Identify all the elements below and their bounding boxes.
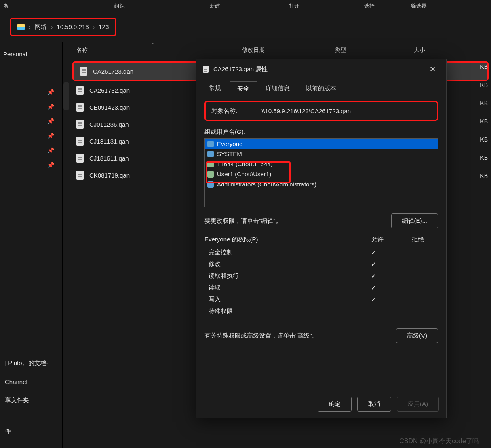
file-name: CJ011236.qan <box>89 121 129 128</box>
menu-item[interactable]: 选择 <box>364 2 375 10</box>
ok-button[interactable]: 确定 <box>318 397 352 412</box>
advanced-hint: 有关特殊权限或高级设置，请单击"高级"。 <box>204 332 318 340</box>
properties-dialog: CA261723.qan 属性 ✕ 常规 安全 详细信息 以前的版本 对象名称:… <box>196 59 447 418</box>
user-row[interactable]: Everyone <box>205 139 438 149</box>
sidebar-item-personal[interactable]: Personal <box>0 46 62 62</box>
check-icon: ✓ <box>371 261 376 268</box>
user-icon <box>207 171 214 178</box>
breadcrumb-item[interactable]: 10.59.9.216 <box>57 23 89 30</box>
permission-name: 读取 <box>209 284 353 292</box>
file-name: CE091423.qan <box>89 104 130 111</box>
column-date[interactable]: 修改日期 <box>236 45 329 55</box>
menu-item[interactable]: 新建 <box>210 2 220 10</box>
permission-allow: ✓ <box>353 284 394 292</box>
pin-icon[interactable]: 📌 <box>0 143 62 158</box>
file-size: KB <box>453 76 491 94</box>
permission-allow: ✓ <box>353 296 394 303</box>
advanced-button[interactable]: 高级(V) <box>396 328 438 343</box>
user-row[interactable]: User1 (Chou\User1) <box>205 169 438 179</box>
file-name: CK081719.qan <box>89 172 130 179</box>
user-list[interactable]: EveryoneSYSTEM11644 (Chou\11644)User1 (C… <box>204 138 438 207</box>
tabs: 常规 安全 详细信息 以前的版本 <box>196 79 446 96</box>
check-icon: ✓ <box>371 249 376 256</box>
file-icon <box>80 67 87 76</box>
check-icon: ✓ <box>371 273 376 279</box>
permission-row: 读取和执行✓ <box>204 270 438 282</box>
file-icon <box>76 154 84 163</box>
user-icon <box>207 181 214 188</box>
cancel-button[interactable]: 取消 <box>357 397 391 412</box>
breadcrumb-item[interactable]: 123 <box>99 23 109 30</box>
user-row[interactable]: Administrators (Chou\Administrators) <box>205 179 438 189</box>
menu-item[interactable]: 打开 <box>289 2 299 10</box>
sort-indicator-icon: ⌃ <box>70 42 236 47</box>
folder-icon <box>17 24 25 30</box>
menu-item[interactable]: 组织 <box>114 2 125 10</box>
permission-row: 特殊权限 <box>204 305 438 317</box>
close-icon[interactable]: ✕ <box>426 63 440 75</box>
breadcrumb-item[interactable]: 网络 <box>35 23 47 31</box>
tab-security[interactable]: 安全 <box>230 81 257 96</box>
pin-icon[interactable]: 📌 <box>0 114 62 129</box>
column-type[interactable]: 类型 <box>329 45 407 55</box>
file-name: CJ181611.qan <box>89 155 129 162</box>
file-size: KB <box>453 94 491 112</box>
watermark: CSDN @小周今天code了吗 <box>399 437 479 446</box>
permission-allow: ✓ <box>353 272 394 280</box>
user-name: 11644 (Chou\11644) <box>217 161 273 167</box>
file-name: CA261732.qan <box>89 87 130 94</box>
file-size: KB <box>453 130 491 148</box>
permissions-table: 完全控制✓修改✓读取和执行✓读取✓写入✓特殊权限 <box>204 247 438 317</box>
apply-button[interactable]: 应用(A) <box>397 397 439 412</box>
edit-button[interactable]: 编辑(E)... <box>391 213 438 228</box>
sidebar-item[interactable]: ] Pluto。的文档- <box>3 354 59 373</box>
sidebar: Personal 📌 📌 📌 📌 📌 📌 ] Pluto。的文档- Channe… <box>0 42 63 448</box>
edit-hint: 要更改权限，请单击"编辑"。 <box>204 217 282 225</box>
pin-icon[interactable]: 📌 <box>0 129 62 143</box>
sidebar-item[interactable]: 件 <box>3 422 59 441</box>
user-name: Everyone <box>217 140 242 147</box>
dialog-titlebar[interactable]: CA261723.qan 属性 ✕ <box>196 59 446 79</box>
permission-allow: ✓ <box>353 249 394 256</box>
check-icon: ✓ <box>371 296 376 303</box>
menu-item[interactable]: 筛选器 <box>411 2 427 10</box>
pin-icon[interactable]: 📌 <box>0 85 62 99</box>
tab-previous[interactable]: 以前的版本 <box>298 81 344 96</box>
file-icon <box>76 137 84 146</box>
menu-item[interactable]: 板 <box>4 2 9 10</box>
object-name-label: 对象名称: <box>211 107 237 115</box>
permission-name: 修改 <box>209 260 353 268</box>
file-icon <box>203 66 209 73</box>
check-icon: ✓ <box>371 284 376 291</box>
permission-name: 写入 <box>209 296 353 303</box>
sidebar-item[interactable]: 享文件夹 <box>3 391 59 410</box>
permission-row: 修改✓ <box>204 258 438 270</box>
sidebar-item[interactable]: Channel <box>3 373 59 391</box>
user-row[interactable]: SYSTEM <box>205 149 438 159</box>
permissions-deny-col: 拒绝 <box>398 236 438 243</box>
user-row[interactable]: 11644 (Chou\11644) <box>205 159 438 169</box>
user-name: User1 (Chou\User1) <box>217 171 271 178</box>
scrollbar[interactable] <box>63 82 69 110</box>
file-icon <box>76 86 84 95</box>
permission-name: 特殊权限 <box>209 307 353 315</box>
file-name: CA261723.qan <box>93 68 133 75</box>
columns-header: ⌃ 名称 修改日期 类型 大小 <box>70 42 491 59</box>
file-size: KB <box>453 57 491 76</box>
column-size[interactable]: 大小 <box>407 45 491 55</box>
permission-name: 完全控制 <box>209 249 353 256</box>
tab-general[interactable]: 常规 <box>201 81 229 96</box>
permissions-header: Everyone 的权限(P) 允许 拒绝 <box>204 236 438 243</box>
file-size: KB <box>453 112 491 130</box>
dialog-title: CA261723.qan 属性 <box>213 66 421 73</box>
user-icon <box>207 151 214 157</box>
file-size: KB <box>453 148 491 167</box>
breadcrumb[interactable]: › 网络 › 10.59.9.216 › 123 <box>10 18 116 36</box>
user-name: SYSTEM <box>217 150 242 157</box>
tab-details[interactable]: 详细信息 <box>258 81 297 96</box>
group-users-label: 组或用户名(G): <box>204 128 438 136</box>
pin-icon[interactable]: 📌 <box>0 158 62 172</box>
file-name: CJ181131.qan <box>89 138 129 145</box>
pin-icon[interactable]: 📌 <box>0 99 62 114</box>
top-menu: 板 组织 新建 打开 选择 筛选器 <box>0 0 491 12</box>
